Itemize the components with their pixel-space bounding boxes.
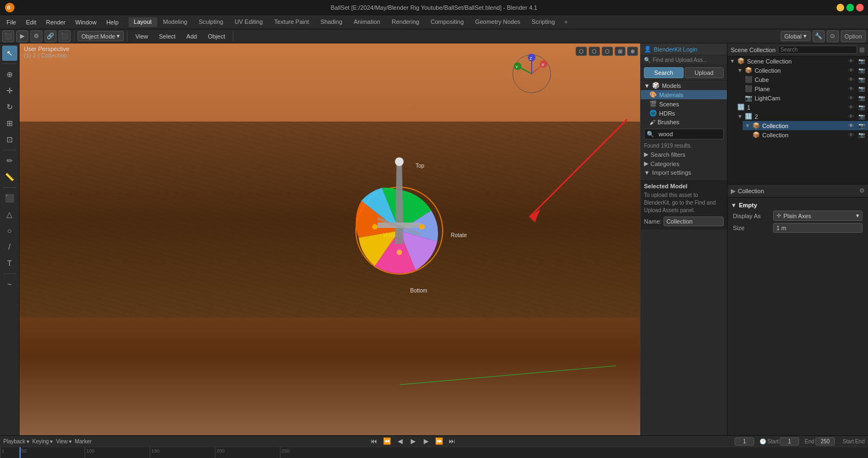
jump-end-btn[interactable]: ⏭ <box>447 436 457 446</box>
tab-rendering[interactable]: Rendering <box>386 17 425 27</box>
bk-login-text[interactable]: BlenderKit Login <box>654 46 698 53</box>
col-sub-vis-eye[interactable]: 👁 <box>848 132 856 138</box>
outliner-search[interactable] <box>778 46 857 54</box>
transform-tool[interactable]: ⊡ <box>2 132 17 147</box>
prev-keyframe-btn[interactable]: ◀ <box>395 436 405 446</box>
next-frame-btn[interactable]: ⏩ <box>434 436 444 446</box>
timeline-marker-menu[interactable]: Marker <box>75 436 92 446</box>
display-as-select[interactable]: ✛ Plain Axes ▾ <box>773 211 863 221</box>
prop-nav-btn[interactable]: ▶ <box>731 187 736 195</box>
bk-search-btn[interactable]: Search <box>644 67 684 78</box>
header-icon-5[interactable]: ⬛ <box>59 30 71 42</box>
prop-options-btn[interactable]: ⚙ <box>859 187 865 194</box>
bk-cat-hdrs[interactable]: 🌐 HDRs <box>641 109 727 118</box>
bk-import-settings[interactable]: ▼ Import settings <box>641 168 727 177</box>
option-btn[interactable]: Option <box>841 30 866 42</box>
menu-help[interactable]: Help <box>102 18 123 27</box>
tab-scripting[interactable]: Scripting <box>526 17 560 27</box>
tab-layout[interactable]: Layout <box>129 17 157 27</box>
maximize-btn[interactable] <box>846 4 854 11</box>
bk-cat-models[interactable]: ▼ 🎲 Models <box>641 81 727 90</box>
add-circle-tool[interactable]: ○ <box>2 223 17 238</box>
viewport-shading-rendered[interactable]: ⬡ <box>602 47 613 56</box>
menu-file[interactable]: File <box>2 18 21 27</box>
outliner-item-scene-collection[interactable]: ▼ 📦 Scene Collection 👁 📷 <box>727 56 868 66</box>
size-value[interactable]: 1 m <box>773 223 863 233</box>
menu-render[interactable]: Render <box>42 18 70 27</box>
annotate-tool[interactable]: ✏ <box>2 153 17 168</box>
timeline-ruler[interactable]: 1 50 100 150 200 250 <box>0 447 868 458</box>
outliner-item-collection-sub[interactable]: 📦 Collection 👁 📷 <box>750 130 868 139</box>
tab-compositing[interactable]: Compositing <box>425 17 469 27</box>
snap-btn[interactable]: 🔧 <box>813 30 825 42</box>
add-cone-tool[interactable]: △ <box>2 207 17 222</box>
tab-texture-paint[interactable]: Texture Paint <box>269 17 314 27</box>
select-tool[interactable]: ↖ <box>2 46 17 61</box>
header-icon-3[interactable]: ⚙ <box>30 30 42 42</box>
outliner-item-plane[interactable]: ⬛ Plane 👁 📷 <box>743 84 868 93</box>
item1-vis-eye[interactable]: 👁 <box>848 104 856 110</box>
outliner-item-cube[interactable]: ⬛ Cube 👁 📷 <box>743 75 868 84</box>
header-select[interactable]: Select <box>155 32 180 41</box>
col-vis-render[interactable]: 📷 <box>858 67 866 73</box>
measure-tool[interactable]: 📏 <box>2 169 17 185</box>
scene-vis-render[interactable]: 📷 <box>858 58 866 64</box>
workspace-add-btn[interactable]: + <box>561 17 571 27</box>
bk-cat-brushes[interactable]: 🖌 Brushes <box>641 118 727 126</box>
lightcam-vis-render[interactable]: 📷 <box>858 95 866 101</box>
col-vis-eye[interactable]: 👁 <box>848 67 856 73</box>
tab-animation[interactable]: Animation <box>348 17 386 27</box>
lightcam-vis-eye[interactable]: 👁 <box>848 95 856 101</box>
bk-search-input[interactable] <box>656 130 727 138</box>
bk-categories-expand[interactable]: ▶ Categories <box>641 159 727 168</box>
header-add[interactable]: Add <box>182 32 202 41</box>
viewport-shading-solid[interactable]: ⬡ <box>576 47 587 56</box>
next-keyframe-btn[interactable]: ▶ <box>421 436 431 446</box>
close-btn[interactable] <box>856 4 864 11</box>
current-frame-display[interactable]: 1 <box>735 437 754 446</box>
outliner-item-collection[interactable]: ▼ 📦 Collection 👁 📷 <box>735 66 868 75</box>
header-view[interactable]: View <box>131 32 152 41</box>
bk-cat-materials[interactable]: 🎨 Materials <box>641 90 727 99</box>
end-frame[interactable]: 250 <box>815 437 835 446</box>
nav-gizmo[interactable]: X Y Z <box>510 52 553 97</box>
scene-vis-eye[interactable]: 👁 <box>848 58 856 64</box>
add-cube-tool[interactable]: ⬛ <box>2 190 17 206</box>
col-sub-vis-render[interactable]: 📷 <box>858 132 866 138</box>
mode-dropdown[interactable]: Object Mode ▾ <box>78 31 124 41</box>
header-icon-1[interactable]: ⬛ <box>2 30 14 42</box>
add-line-tool[interactable]: / <box>2 239 17 255</box>
plane-vis-eye[interactable]: 👁 <box>848 86 856 92</box>
viewport-shading-material[interactable]: ⬡ <box>589 47 600 56</box>
menu-window[interactable]: Window <box>71 18 101 27</box>
item2-vis-eye[interactable]: 👁 <box>848 113 856 119</box>
tab-shading[interactable]: Shading <box>315 17 348 27</box>
move-tool[interactable]: ✛ <box>2 83 17 98</box>
outliner-item-collection-2[interactable]: ▼ 📦 Collection 👁 📷 <box>743 121 868 130</box>
tab-modeling[interactable]: Modeling <box>158 17 193 27</box>
tab-sculpting[interactable]: Sculpting <box>193 17 228 27</box>
prev-frame-btn[interactable]: ⏪ <box>382 436 392 446</box>
header-object[interactable]: Object <box>203 32 229 41</box>
viewport-overlay-btn[interactable]: ⊞ <box>615 47 626 56</box>
bk-search-filters[interactable]: ▶ Search filters <box>641 150 727 159</box>
item1-vis-render[interactable]: 📷 <box>858 104 866 110</box>
cube-vis-render[interactable]: 📷 <box>858 77 866 82</box>
scale-tool[interactable]: ⊞ <box>2 116 17 131</box>
rotate-tool[interactable]: ↻ <box>2 99 17 114</box>
tab-uv-editing[interactable]: UV Editing <box>229 17 268 27</box>
col2-vis-eye[interactable]: 👁 <box>848 123 856 129</box>
transform-dropdown[interactable]: Global ▾ <box>781 31 810 41</box>
outliner-item-2[interactable]: ▼ 🔢 2 👁 📷 <box>735 112 868 121</box>
bk-upload-btn[interactable]: Upload <box>685 67 724 78</box>
header-icon-4[interactable]: 🔗 <box>44 30 56 42</box>
minimize-btn[interactable] <box>837 4 844 11</box>
cube-vis-eye[interactable]: 👁 <box>848 77 856 82</box>
col2-vis-render[interactable]: 📷 <box>858 123 866 129</box>
outliner-item-lightcam[interactable]: 📷 LightCam 👁 📷 <box>743 93 868 103</box>
tab-geometry-nodes[interactable]: Geometry Nodes <box>470 17 526 27</box>
header-icon-2[interactable]: ▶ <box>16 30 28 42</box>
add-text-tool[interactable]: T <box>2 256 17 271</box>
cursor-tool[interactable]: ⊕ <box>2 67 17 82</box>
timeline-playback-menu[interactable]: Playback ▾ <box>3 436 29 446</box>
